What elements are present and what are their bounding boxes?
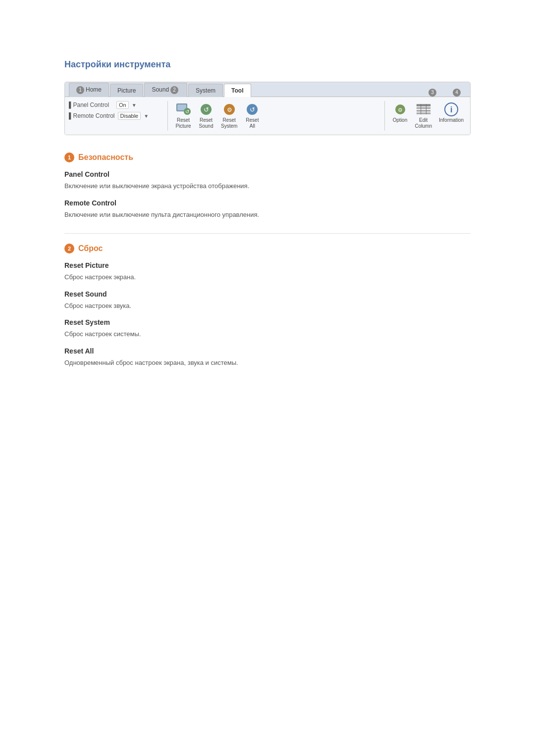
svg-text:⚙: ⚙ [226,106,232,113]
reset-system-button[interactable]: ⚙ ResetSystem [218,101,240,131]
information-label: Information [439,117,464,123]
panel-control-subsection-title: Panel Control [64,170,471,178]
option-label: Option [393,117,407,123]
panel-control-row: ▌Panel Control On ▼ [69,101,162,109]
option-button[interactable]: ⚙ Option [390,101,411,125]
reset-picture-subsection-desc: Сброс настроек экрана. [64,272,471,282]
section-badge-1: 1 [64,152,74,162]
section-badge-2: 2 [64,244,74,253]
remote-control-subsection-title: Remote Control [64,199,471,207]
badge-1: 1 [76,86,84,94]
option-icon: ⚙ [392,102,408,116]
svg-text:i: i [450,105,453,114]
reset-all-icon: ↺ [244,102,260,116]
section-security: 1 Безопасность Panel Control Включение и… [64,152,471,219]
reset-system-icon: ⚙ [221,102,237,116]
reset-system-subsection: Reset System Сброс настроек системы. [64,318,471,339]
remote-control-arrow[interactable]: ▼ [144,113,149,119]
toolbar-right-buttons: ⚙ Option [390,101,467,131]
panel-control-arrow[interactable]: ▼ [132,102,137,108]
reset-sound-icon: ↺ [198,102,214,116]
svg-text:↺: ↺ [185,109,189,114]
reset-sound-subsection: Reset Sound Сброс настроек звука. [64,290,471,311]
reset-picture-icon: ↺ [175,102,191,116]
svg-rect-13 [417,107,430,109]
reset-sound-subsection-title: Reset Sound [64,290,471,298]
reset-sound-label: ResetSound [199,117,214,129]
page-container: Настройки инструмента 1Home Picture Soun… [0,0,535,421]
tab-system[interactable]: System [188,84,223,97]
reset-sound-button[interactable]: ↺ ResetSound [196,101,216,131]
edit-column-button[interactable]: EditColumn [413,101,434,131]
badge-2: 2 [170,86,178,94]
reset-system-subsection-desc: Сброс настроек системы. [64,329,471,339]
panel-control-subsection: Panel Control Включение или выключение э… [64,170,471,191]
information-button[interactable]: i Information [436,101,466,125]
section-security-heading: 1 Безопасность [64,152,471,162]
tab-tool[interactable]: Tool [224,84,251,97]
edit-column-icon [416,102,431,116]
reset-all-subsection-desc: Одновременный сброс настроек экрана, зву… [64,358,471,368]
remote-control-label: ▌Remote Control [69,112,115,119]
reset-picture-subsection: Reset Picture Сброс настроек экрана. [64,261,471,282]
svg-text:↺: ↺ [204,106,209,113]
section-title-1: Безопасность [78,153,133,162]
tab-picture[interactable]: Picture [110,84,143,97]
remote-control-value: Disable [118,112,141,120]
remote-control-subsection-desc: Включение или выключение пульта дистанци… [64,210,471,220]
reset-all-button[interactable]: ↺ ResetAll [242,101,263,131]
remote-control-row: ▌Remote Control Disable ▼ [69,112,162,120]
reset-picture-button[interactable]: ↺ ResetPicture [173,101,194,131]
reset-all-subsection-title: Reset All [64,347,471,355]
toolbar-body: ▌Panel Control On ▼ ▌Remote Control Disa… [65,97,470,135]
panel-control-label: ▌Panel Control [69,101,113,108]
svg-rect-12 [417,104,430,106]
tab-home[interactable]: 1Home [69,83,109,97]
svg-rect-14 [417,110,430,112]
badge-4: 4 [453,89,461,97]
reset-picture-subsection-title: Reset Picture [64,261,471,269]
reset-all-subsection: Reset All Одновременный сброс настроек э… [64,347,471,368]
toolbar-reset-buttons: ↺ ResetPicture ↺ ResetSound [173,101,385,131]
section-reset-heading: 2 Сброс [64,244,471,253]
svg-text:↺: ↺ [250,106,255,113]
reset-system-subsection-title: Reset System [64,318,471,326]
svg-text:⚙: ⚙ [398,107,403,113]
reset-all-label: ResetAll [246,117,259,129]
information-icon: i [443,102,459,116]
reset-system-label: ResetSystem [221,117,237,129]
section-divider [64,233,471,234]
panel-control-subsection-desc: Включение или выключение экрана устройст… [64,181,471,191]
remote-control-subsection: Remote Control Включение или выключение … [64,199,471,220]
toolbar-left-controls: ▌Panel Control On ▼ ▌Remote Control Disa… [69,101,168,131]
page-title: Настройки инструмента [64,59,471,70]
section-title-2: Сброс [78,244,103,253]
edit-column-label: EditColumn [415,117,432,129]
section-reset: 2 Сброс Reset Picture Сброс настроек экр… [64,244,471,367]
panel-control-value: On [116,101,129,109]
toolbar-tabs: 1Home Picture Sound2 System Tool 3 4 [65,82,470,97]
toolbar-box: 1Home Picture Sound2 System Tool 3 4 ▌Pa… [64,82,471,135]
svg-rect-15 [417,112,430,114]
badge-3: 3 [428,89,436,97]
reset-sound-subsection-desc: Сброс настроек звука. [64,301,471,311]
reset-picture-label: ResetPicture [175,117,191,129]
tab-sound[interactable]: Sound2 [144,83,187,97]
